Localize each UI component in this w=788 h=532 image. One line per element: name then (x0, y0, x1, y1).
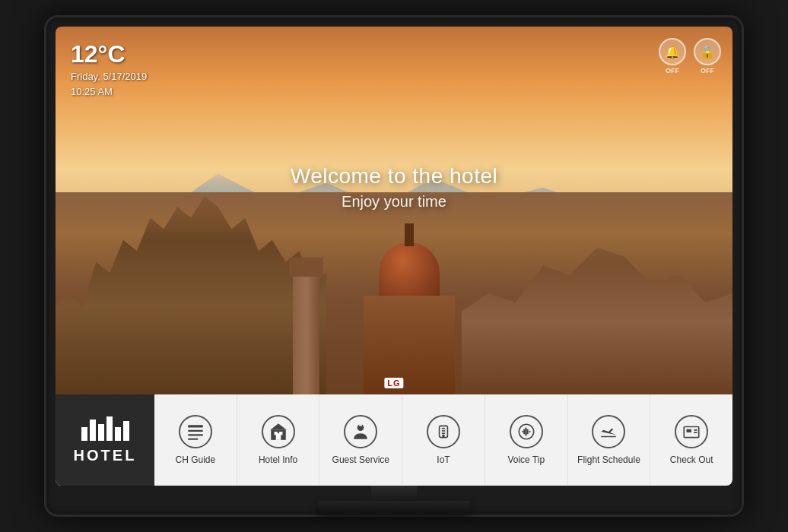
welcome-subtitle: Enjoy your time (291, 193, 498, 211)
dnd-button[interactable]: 🔔 OFF (659, 38, 686, 74)
svg-rect-8 (279, 432, 282, 435)
svg-rect-2 (188, 434, 203, 435)
svg-rect-7 (274, 432, 277, 435)
svg-rect-24 (687, 429, 692, 432)
tv-neck (371, 486, 417, 501)
status-icons: 🔔 OFF 🔒 OFF (659, 38, 721, 74)
menu-bar: HOTEL CH Guide (56, 394, 732, 486)
menu-item-voice-tip[interactable]: Voice Tip (485, 394, 568, 486)
voice-tip-icon (510, 415, 543, 448)
dnd-icon: 🔔 (659, 38, 686, 65)
iot-label: IoT (437, 454, 450, 465)
svg-rect-0 (188, 425, 203, 427)
hotel-label: HOTEL (74, 447, 137, 464)
welcome-message: Welcome to the hotel Enjoy your time (291, 164, 498, 211)
hotel-info-icon (262, 415, 295, 448)
check-out-icon (675, 415, 708, 448)
hotel-bars-icon (81, 416, 129, 441)
menu-item-check-out[interactable]: Check Out (650, 394, 732, 486)
svg-point-15 (443, 435, 444, 436)
lg-logo: LG (384, 378, 403, 388)
guest-service-label: Guest Service (332, 454, 389, 465)
menu-item-hotel-info[interactable]: Hotel Info (237, 394, 320, 486)
weather-datetime: 12°C Friday, 5/17/2019 10:25 AM (71, 42, 147, 99)
menu-item-flight-schedule[interactable]: Flight Schedule (568, 394, 651, 486)
date-display: Friday, 5/17/2019 10:25 AM (71, 69, 147, 99)
svg-rect-1 (188, 430, 203, 432)
guest-service-icon (344, 415, 377, 448)
temperature-display: 12°C (71, 42, 147, 66)
menu-item-guest-service[interactable]: Guest Service (319, 394, 402, 486)
ch-guide-label: CH Guide (176, 454, 216, 465)
iot-icon (427, 415, 460, 448)
welcome-title: Welcome to the hotel (291, 164, 498, 188)
mur-icon: 🔒 (694, 38, 721, 65)
flight-schedule-label: Flight Schedule (577, 454, 640, 465)
check-out-label: Check Out (670, 454, 713, 465)
svg-rect-10 (359, 424, 362, 426)
tv-screen: 12°C Friday, 5/17/2019 10:25 AM 🔔 OFF 🔒 … (56, 27, 732, 486)
ch-guide-icon (179, 415, 212, 448)
menu-item-iot[interactable]: IoT (402, 394, 485, 486)
mur-button[interactable]: 🔒 OFF (694, 38, 721, 74)
hotel-brand: HOTEL (56, 394, 154, 486)
svg-marker-5 (270, 423, 287, 430)
svg-rect-3 (188, 439, 198, 440)
tv-frame: 12°C Friday, 5/17/2019 10:25 AM 🔔 OFF 🔒 … (44, 15, 744, 517)
menu-item-ch-guide[interactable]: CH Guide (154, 394, 237, 486)
voice-tip-label: Voice Tip (507, 454, 545, 465)
flight-schedule-icon (592, 415, 625, 448)
tv-stand (318, 501, 470, 515)
menu-items: CH Guide Hotel Info (154, 394, 732, 486)
hotel-info-label: Hotel Info (259, 454, 297, 465)
